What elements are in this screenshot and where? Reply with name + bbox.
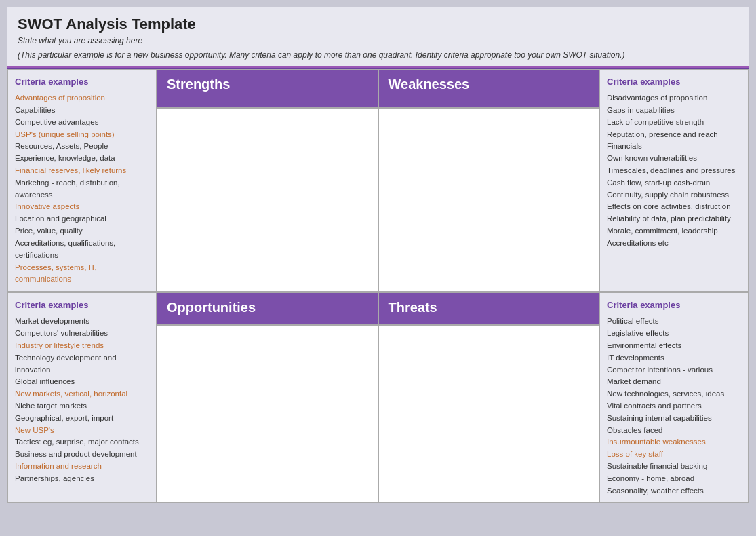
strengths-header: Strengths <box>157 69 378 108</box>
list-item: Lack of competitive strength <box>607 117 741 129</box>
bot-left-criteria-title: Criteria examples <box>15 299 149 312</box>
list-item: Own known vulnerabilities <box>607 153 741 165</box>
list-item: Financials <box>607 140 741 153</box>
list-item: Technology development and innovation <box>15 352 149 377</box>
list-item: Loss of key staff <box>607 448 741 461</box>
list-item: Continuity, supply chain robustness <box>607 189 741 202</box>
list-item: Tactics: eg, surprise, major contacts <box>15 436 149 448</box>
list-item: Industry or lifestyle trends <box>15 340 149 352</box>
list-item: Obstacles faced <box>607 425 741 437</box>
opportunities-header: Opportunities <box>157 292 378 325</box>
list-item: Effects on core activities, distruction <box>607 201 741 213</box>
bot-right-criteria: Criteria examples Political effectsLegis… <box>599 292 749 503</box>
threats-content[interactable] <box>378 325 600 503</box>
list-item: Timescales, deadlines and pressures <box>607 165 741 177</box>
list-item: Resources, Assets, People <box>15 140 149 153</box>
list-item: Innovative aspects <box>15 201 149 213</box>
bot-right-criteria-items: Political effectsLegislative effectsEnvi… <box>607 315 741 497</box>
bot-left-criteria: Criteria examples Market developmentsCom… <box>7 292 157 503</box>
list-item: Reputation, presence and reach <box>607 129 741 141</box>
list-item: Geographical, export, import <box>15 413 149 425</box>
list-item: Cash flow, start-up cash-drain <box>607 177 741 189</box>
list-item: Location and geographical <box>15 213 149 225</box>
list-item: Market demand <box>607 376 741 388</box>
list-item: USP's (unique selling points) <box>15 129 149 141</box>
list-item: Legislative effects <box>607 328 741 340</box>
list-item: Price, value, quality <box>15 225 149 237</box>
weaknesses-content[interactable] <box>378 108 600 292</box>
page-title: SWOT Analysis Template <box>18 16 738 33</box>
list-item: Global influences <box>15 376 149 388</box>
list-item: Niche target markets <box>15 400 149 413</box>
strengths-content[interactable] <box>157 108 378 292</box>
top-right-criteria: Criteria examples Disadvantages of propo… <box>599 69 749 292</box>
list-item: Competitors' vulnerabilities <box>15 328 149 340</box>
top-left-criteria-title: Criteria examples <box>15 75 149 89</box>
list-item: New markets, vertical, horizontal <box>15 388 149 400</box>
list-item: Reliability of data, plan predictability <box>607 213 741 225</box>
opportunities-content[interactable] <box>157 325 378 503</box>
list-item: Processes, systems, IT, communications <box>15 262 149 286</box>
weaknesses-header: Weaknesses <box>378 69 600 108</box>
list-item: Competitive advantages <box>15 117 149 129</box>
list-item: New USP's <box>15 425 149 437</box>
list-item: Marketing - reach, distribution, awarene… <box>15 177 149 202</box>
list-item: IT developments <box>607 352 741 364</box>
bot-right-criteria-title: Criteria examples <box>607 299 741 312</box>
top-left-criteria-items: Advantages of propositionCapabilitiesCom… <box>15 92 149 286</box>
subtitle: State what you are assessing here <box>18 36 738 47</box>
threats-header: Threats <box>378 292 600 325</box>
top-right-criteria-title: Criteria examples <box>607 75 741 89</box>
list-item: Political effects <box>607 315 741 328</box>
list-item: Economy - home, abroad <box>607 473 741 485</box>
list-item: Accreditations, qualifications, certific… <box>15 237 149 262</box>
list-item: Sustainable financial backing <box>607 461 741 473</box>
list-item: Competitor intentions - various <box>607 364 741 377</box>
list-item: Accreditations etc <box>607 237 741 250</box>
list-item: Disadvantages of proposition <box>607 92 741 104</box>
list-item: Financial reserves, likely returns <box>15 165 149 177</box>
swot-container: SWOT Analysis Template State what you ar… <box>7 7 749 503</box>
list-item: Insurmountable weaknesses <box>607 436 741 448</box>
list-item: Morale, commitment, leadership <box>607 225 741 237</box>
header-section: SWOT Analysis Template State what you ar… <box>7 7 749 68</box>
list-item: Gaps in capabilities <box>607 104 741 117</box>
list-item: Advantages of proposition <box>15 92 149 104</box>
list-item: Vital contracts and partners <box>607 400 741 413</box>
top-left-criteria: Criteria examples Advantages of proposit… <box>7 69 157 292</box>
bot-left-criteria-items: Market developmentsCompetitors' vulnerab… <box>15 315 149 484</box>
list-item: Environmental effects <box>607 340 741 352</box>
list-item: Experience, knowledge, data <box>15 153 149 165</box>
list-item: Business and product development <box>15 448 149 461</box>
list-item: New technologies, services, ideas <box>607 388 741 400</box>
list-item: Seasonality, weather effects <box>607 485 741 497</box>
top-right-criteria-items: Disadvantages of propositionGaps in capa… <box>607 92 741 250</box>
list-item: Information and research <box>15 461 149 473</box>
list-item: Partnerships, agencies <box>15 473 149 485</box>
description: (This particular example is for a new bu… <box>18 50 738 60</box>
list-item: Market developments <box>15 315 149 328</box>
list-item: Capabilities <box>15 104 149 117</box>
list-item: Sustaining internal capabilities <box>607 413 741 425</box>
